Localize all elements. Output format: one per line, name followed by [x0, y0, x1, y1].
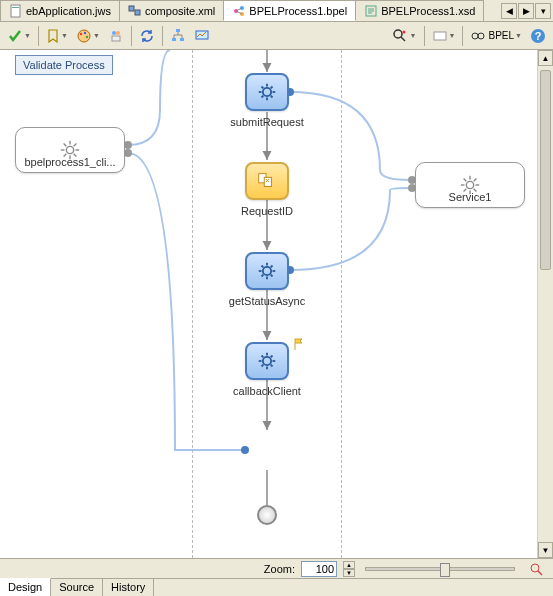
palette-button[interactable]: ▼ [73, 25, 103, 47]
svg-rect-16 [112, 36, 120, 41]
tab-source[interactable]: Source [51, 579, 103, 596]
tab-label: BPELProcess1.bpel [249, 5, 347, 17]
svg-rect-19 [180, 38, 184, 41]
svg-point-43 [66, 146, 73, 153]
svg-rect-2 [129, 6, 134, 11]
glasses-icon [470, 28, 486, 44]
svg-line-91 [538, 571, 542, 575]
svg-rect-17 [176, 29, 180, 32]
tab-label: ebApplication.jws [26, 5, 111, 17]
assign-icon [256, 170, 278, 192]
svg-point-26 [478, 33, 484, 39]
bookmark-button[interactable]: ▼ [43, 25, 71, 47]
zoom-spinner: ▲ ▼ [343, 561, 355, 577]
bpel-version-label: BPEL [488, 30, 514, 41]
svg-point-10 [78, 30, 90, 42]
svg-line-78 [271, 275, 273, 277]
svg-point-81 [263, 357, 271, 365]
vertical-scrollbar[interactable]: ▲ ▼ [537, 50, 553, 558]
svg-line-77 [262, 266, 264, 268]
svg-line-48 [64, 144, 67, 147]
flag-icon [293, 338, 305, 350]
activity-request-id[interactable] [245, 162, 289, 200]
file-icon [9, 4, 23, 18]
design-canvas[interactable]: Validate Process bpelprocess1_cli... [0, 50, 537, 558]
svg-rect-71 [264, 177, 271, 186]
svg-point-41 [124, 141, 132, 149]
xml-icon [128, 4, 142, 18]
svg-line-66 [262, 87, 264, 89]
svg-point-72 [263, 267, 271, 275]
svg-point-13 [86, 35, 88, 37]
zoom-selector-button[interactable]: ▼ [429, 25, 459, 47]
partner-button[interactable] [105, 25, 127, 47]
svg-line-22 [401, 37, 405, 41]
scroll-thumb[interactable] [540, 70, 551, 270]
activity-label: RequestID [207, 205, 327, 217]
tab-ebapplication[interactable]: ebApplication.jws [0, 0, 120, 21]
svg-point-23 [402, 30, 405, 33]
search-button[interactable]: ▼ [388, 25, 420, 47]
end-event[interactable] [257, 505, 277, 525]
tab-bpelprocess-xsd[interactable]: BPELProcess1.xsd [355, 0, 484, 21]
svg-point-15 [116, 31, 120, 35]
editor-toolbar: ▼ ▼ ▼ ▼ ▼ BPEL▼ ? [0, 22, 553, 50]
activity-label: getStatusAsync [207, 295, 327, 307]
tab-list-button[interactable]: ▾ [535, 3, 551, 19]
svg-line-79 [262, 275, 264, 277]
scroll-down-button[interactable]: ▼ [538, 542, 553, 558]
tab-bpelprocess-bpel[interactable]: BPELProcess1.bpel [223, 0, 356, 21]
validate-process-button[interactable]: Validate Process [15, 55, 113, 75]
activity-get-status-async[interactable] [245, 252, 289, 290]
validate-button[interactable]: ▼ [4, 25, 34, 47]
svg-point-12 [84, 31, 86, 33]
zoom-bar: Zoom: ▲ ▼ [0, 558, 553, 578]
svg-rect-1 [12, 7, 19, 8]
monitor-button[interactable] [191, 25, 213, 47]
tab-composite[interactable]: composite.xml [119, 0, 224, 21]
zoom-slider[interactable] [365, 567, 515, 571]
svg-line-89 [271, 356, 273, 358]
svg-text:?: ? [535, 30, 542, 42]
svg-line-80 [271, 266, 273, 268]
svg-line-87 [271, 365, 273, 367]
tab-design[interactable]: Design [0, 578, 51, 596]
zoom-fit-button[interactable] [525, 558, 547, 580]
svg-line-51 [74, 144, 77, 147]
svg-line-69 [271, 87, 273, 89]
svg-line-57 [464, 179, 467, 182]
spec-button[interactable]: BPEL▼ [467, 25, 525, 47]
tab-next-button[interactable]: ▶ [518, 3, 534, 19]
svg-line-67 [271, 96, 273, 98]
svg-point-61 [263, 88, 271, 96]
tab-history[interactable]: History [103, 579, 154, 596]
activity-label: submitRequest [207, 116, 327, 128]
tab-prev-button[interactable]: ◀ [501, 3, 517, 19]
help-button[interactable]: ? [527, 25, 549, 47]
refresh-button[interactable] [136, 25, 158, 47]
tab-nav: ◀ ▶ ▾ [501, 3, 553, 19]
zoom-slider-thumb[interactable] [440, 563, 450, 577]
gear-icon [256, 81, 278, 103]
svg-rect-3 [135, 10, 140, 15]
partner-label: Service1 [410, 191, 530, 203]
scroll-up-button[interactable]: ▲ [538, 50, 553, 66]
editor-mode-tabs: Design Source History [0, 578, 553, 596]
zoom-up-button[interactable]: ▲ [343, 561, 355, 569]
bpel-icon [232, 4, 246, 18]
flow-button[interactable] [167, 25, 189, 47]
activity-submit-request[interactable] [245, 73, 289, 111]
svg-line-68 [262, 96, 264, 98]
svg-point-11 [80, 32, 82, 34]
zoom-label: Zoom: [264, 563, 295, 575]
svg-line-60 [474, 179, 477, 182]
activity-callback-client[interactable] [245, 342, 289, 380]
zoom-down-button[interactable]: ▼ [343, 569, 355, 577]
xsd-icon [364, 4, 378, 18]
svg-point-90 [531, 564, 539, 572]
svg-rect-24 [434, 32, 446, 40]
tab-label: BPELProcess1.xsd [381, 5, 475, 17]
gear-icon [256, 350, 278, 372]
svg-rect-18 [172, 38, 176, 41]
zoom-input[interactable] [301, 561, 337, 577]
